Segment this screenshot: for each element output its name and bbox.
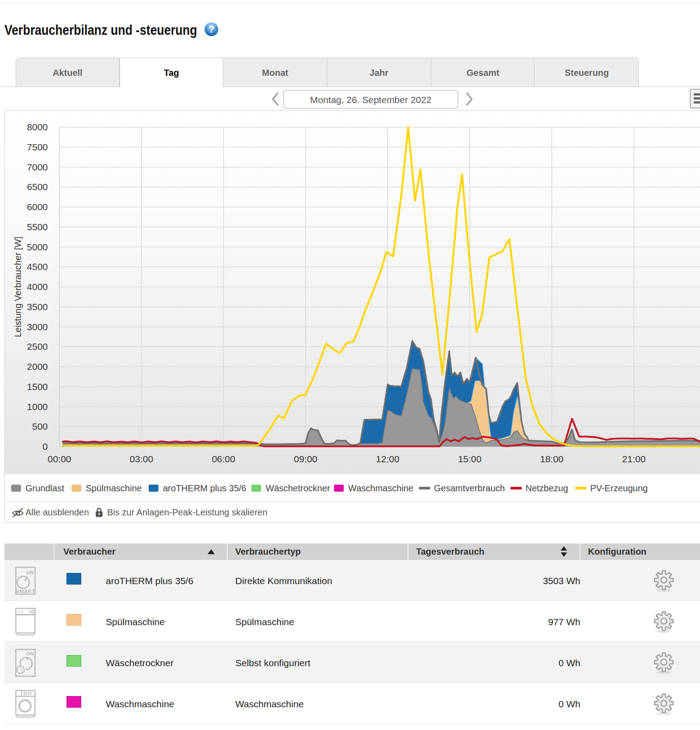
svg-text:8000: 8000 (27, 122, 48, 132)
svg-text:5000: 5000 (27, 242, 48, 252)
svg-text:15:00: 15:00 (458, 454, 482, 464)
svg-text:00:00: 00:00 (48, 454, 71, 464)
svg-text:3500: 3500 (27, 302, 48, 312)
svg-text:500: 500 (32, 421, 48, 431)
svg-text:1500: 1500 (27, 382, 48, 392)
svg-text:5500: 5500 (27, 222, 48, 232)
svg-text:3000: 3000 (27, 322, 48, 332)
svg-text:03:00: 03:00 (130, 454, 154, 464)
svg-text:2000: 2000 (27, 361, 48, 372)
svg-text:ON: ON (26, 570, 33, 575)
svg-text:6500: 6500 (27, 182, 48, 192)
svg-text:7000: 7000 (27, 162, 48, 172)
svg-text:7500: 7500 (27, 142, 48, 152)
svg-text:4000: 4000 (27, 282, 48, 292)
svg-text:4500: 4500 (27, 261, 48, 272)
svg-text:06:00: 06:00 (212, 454, 235, 464)
svg-text:09:00: 09:00 (294, 454, 317, 464)
svg-text:SMART: SMART (16, 589, 35, 594)
svg-text:21:00: 21:00 (622, 454, 646, 464)
svg-text:Leistung Verbraucher [W]: Leistung Verbraucher [W] (13, 236, 23, 337)
svg-text:ON: ON (26, 651, 33, 656)
svg-text:2500: 2500 (27, 341, 48, 352)
svg-text:1000: 1000 (27, 402, 48, 412)
svg-text:0: 0 (42, 441, 48, 452)
svg-text:18:00: 18:00 (540, 454, 564, 464)
svg-text:12:00: 12:00 (376, 454, 400, 464)
svg-text:6000: 6000 (27, 202, 48, 212)
